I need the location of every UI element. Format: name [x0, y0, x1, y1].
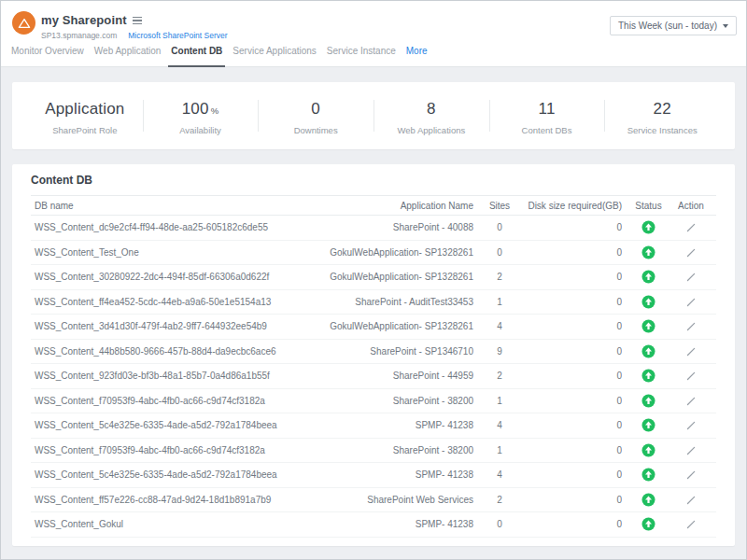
disk-size: 0 — [526, 420, 622, 430]
status-up-icon — [622, 493, 675, 507]
server-type-link[interactable]: Microsoft SharePoint Server — [128, 31, 227, 40]
stat-value: Application — [27, 100, 143, 119]
tab-service-applications[interactable]: Service Applications — [230, 46, 319, 67]
disk-size: 0 — [526, 371, 622, 381]
tab-monitor-overview[interactable]: Monitor Overview — [8, 46, 87, 67]
status-up-icon — [622, 369, 675, 383]
table-row: WSS_Content_f70953f9-4abc-4fb0-ac66-c9d7… — [31, 389, 716, 414]
status-up-icon — [622, 394, 675, 408]
sites-count: 4 — [473, 469, 526, 480]
edit-action-button[interactable] — [675, 370, 707, 382]
db-name: WSS_Content_Gokul — [31, 519, 321, 529]
edit-action-button[interactable] — [675, 345, 707, 357]
table-row: WSS_Content_5c4e325e-6335-4ade-a5d2-792a… — [31, 413, 716, 439]
status-up-icon — [622, 245, 675, 259]
disk-size: 0 — [526, 346, 622, 357]
stat-value: 8 — [374, 100, 489, 119]
application-name: SharePoint - 44959 — [321, 371, 473, 381]
stats-summary: ApplicationSharePoint Role100%Availabili… — [12, 82, 735, 149]
tab-content-db[interactable]: Content DB — [168, 46, 225, 67]
edit-action-button[interactable] — [675, 246, 707, 259]
application-name: SharePoint - SP1346710 — [321, 346, 473, 357]
edit-action-button[interactable] — [675, 271, 707, 283]
status-up-icon — [622, 517, 675, 531]
stat-service-instances: 22Service Instances — [604, 97, 720, 135]
stat-availability: 100%Availability — [143, 97, 259, 135]
edit-action-button[interactable] — [675, 419, 707, 431]
stat-label: SharePoint Role — [27, 125, 143, 135]
db-name: WSS_Content_dc9e2cf4-ff94-48de-aa25-6051… — [31, 222, 321, 232]
content-db-card: Content DB DB nameApplication NameSitesD… — [12, 164, 735, 546]
edit-action-button[interactable] — [675, 296, 707, 308]
edit-action-button[interactable] — [675, 221, 707, 233]
stat-label: Web Applications — [374, 125, 489, 135]
time-range-select[interactable]: This Week (sun - today) — [610, 16, 737, 35]
edit-action-button[interactable] — [675, 444, 707, 456]
disk-size: 0 — [526, 495, 622, 505]
tab-more[interactable]: More — [403, 46, 430, 67]
db-name: WSS_Content_5c4e325e-6335-4ade-a5d2-792a… — [31, 469, 321, 480]
column-header-db-name: DB name — [31, 201, 321, 211]
menu-icon[interactable] — [133, 17, 142, 25]
edit-action-button[interactable] — [675, 494, 707, 506]
table-header-row: DB nameApplication NameSitesDisk size re… — [31, 195, 716, 216]
sites-count: 1 — [473, 297, 526, 307]
application-name: SharePoint - 40088 — [321, 222, 473, 232]
sites-count: 4 — [473, 420, 526, 430]
status-up-icon — [622, 418, 675, 432]
disk-size: 0 — [526, 297, 622, 307]
edit-action-button[interactable] — [675, 320, 707, 332]
application-name: GokulWebApplication- SP1328261 — [321, 247, 473, 258]
tab-web-application[interactable]: Web Application — [92, 46, 164, 67]
application-name: SPMP- 41238 — [321, 519, 473, 529]
table-row: WSS_Content_dc9e2cf4-ff94-48de-aa25-6051… — [31, 216, 716, 241]
stat-label: Service Instances — [604, 125, 720, 135]
table-row: WSS_Content_923fd03e-bf3b-48a1-85b7-0a4d… — [31, 364, 716, 389]
disk-size: 0 — [526, 222, 622, 232]
host-name: SP13.spmanage.com — [41, 31, 117, 40]
status-up-icon — [622, 220, 675, 234]
stat-value: 11 — [489, 100, 605, 119]
stat-value: 22 — [604, 100, 720, 119]
chevron-down-icon — [723, 24, 728, 28]
time-range-value: This Week (sun - today) — [618, 21, 717, 31]
column-header-application-name: Application Name — [321, 201, 473, 211]
db-name: WSS_Content_f70953f9-4abc-4fb0-ac66-c9d7… — [31, 396, 321, 406]
application-name: GokulWebApplication- SP1328261 — [321, 321, 473, 331]
stat-content-dbs: 11Content DBs — [489, 97, 605, 135]
status-up-icon — [622, 270, 675, 284]
column-header-status: Status — [622, 201, 675, 211]
edit-action-button[interactable] — [675, 469, 707, 481]
sites-count: 2 — [473, 371, 526, 381]
table-row: WSS_Content_30280922-2dc4-494f-85df-6630… — [31, 265, 716, 290]
column-header-action: Action — [675, 201, 707, 211]
stat-value: 0 — [258, 100, 374, 119]
disk-size: 0 — [526, 469, 622, 480]
db-name: WSS_Content_30280922-2dc4-494f-85df-6630… — [31, 272, 321, 282]
edit-action-button[interactable] — [675, 518, 707, 530]
db-name: WSS_Content_923fd03e-bf3b-48a1-85b7-0a4d… — [31, 371, 321, 381]
table-row: WSS_Content_44b8b580-9666-457b-88d4-da9e… — [31, 340, 716, 365]
stat-suffix: % — [211, 105, 219, 116]
table-row: WSS_Content_Test_OneGokulWebApplication-… — [31, 241, 716, 266]
application-name: GokulWebApplication- SP1328261 — [321, 272, 473, 282]
db-name: WSS_Content_3d41d30f-479f-4ab2-9ff7-6449… — [31, 321, 321, 331]
status-up-icon — [622, 468, 675, 482]
table-row: WSS_Content_3d41d30f-479f-4ab2-9ff7-6449… — [31, 315, 716, 340]
column-header-disk-size-required-gb-: Disk size required(GB) — [526, 201, 622, 211]
sites-count: 2 — [473, 272, 526, 282]
tab-service-instance[interactable]: Service Instance — [324, 46, 399, 67]
status-up-icon — [622, 344, 675, 358]
monitor-type-icon — [12, 11, 35, 35]
sites-count: 0 — [473, 519, 526, 529]
edit-action-button[interactable] — [675, 395, 707, 407]
table-row: WSS_Content_5c4e325e-6335-4ade-a5d2-792a… — [31, 463, 716, 488]
disk-size: 0 — [526, 272, 622, 282]
db-name: WSS_Content_ff57e226-cc88-47ad-9d24-18d1… — [31, 495, 321, 505]
stat-label: Downtimes — [258, 125, 374, 135]
application-name: SharePoint - 38200 — [321, 396, 473, 406]
sites-count: 0 — [473, 247, 526, 258]
stat-web-applications: 8Web Applications — [374, 97, 489, 135]
db-name: WSS_Content_44b8b580-9666-457b-88d4-da9e… — [31, 346, 321, 357]
disk-size: 0 — [526, 396, 622, 406]
